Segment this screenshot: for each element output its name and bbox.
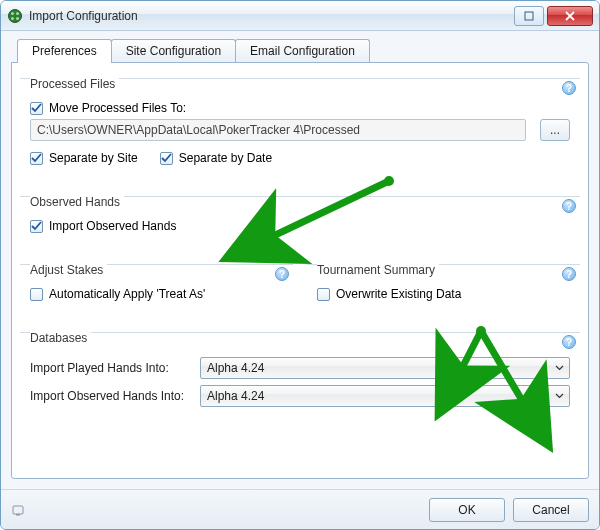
group-label-observed-hands: Observed Hands — [30, 195, 124, 209]
group-databases: Databases ? Import Played Hands Into: Al… — [20, 325, 580, 423]
help-icon[interactable]: ? — [562, 81, 576, 95]
tab-bar: Preferences Site Configuration Email Con… — [17, 39, 589, 63]
chevron-down-icon — [555, 389, 564, 403]
label-move-processed: Move Processed Files To: — [49, 101, 186, 115]
tab-panel-preferences: Processed Files ? Move Processed Files T… — [11, 62, 589, 479]
row-processed-path: C:\Users\OWNER\AppData\Local\PokerTracke… — [30, 119, 570, 141]
row-separate-options: Separate by Site Separate by Date — [30, 151, 570, 165]
svg-point-4 — [16, 17, 19, 20]
checkbox-separate-date[interactable] — [160, 152, 173, 165]
window-close-button[interactable] — [547, 6, 593, 26]
group-observed-hands: Observed Hands ? Import Observed Hands — [20, 189, 580, 247]
checkbox-separate-site[interactable] — [30, 152, 43, 165]
group-adjust-stakes: Adjust Stakes ? Automatically Apply 'Tre… — [20, 257, 293, 315]
row-overwrite-existing: Overwrite Existing Data — [317, 287, 570, 301]
group-label-tournament-summary: Tournament Summary — [317, 263, 439, 277]
group-label-databases: Databases — [30, 331, 91, 345]
svg-point-3 — [11, 17, 14, 20]
svg-rect-5 — [525, 12, 533, 20]
help-icon[interactable]: ? — [562, 199, 576, 213]
label-overwrite-existing: Overwrite Existing Data — [336, 287, 461, 301]
dialog-footer: OK Cancel — [1, 489, 599, 529]
row-auto-treat-as: Automatically Apply 'Treat As' — [30, 287, 283, 301]
dialog-body: Preferences Site Configuration Email Con… — [1, 31, 599, 489]
label-separate-site: Separate by Site — [49, 151, 138, 165]
row-db-played: Import Played Hands Into: Alpha 4.24 — [30, 357, 570, 379]
group-label-adjust-stakes: Adjust Stakes — [30, 263, 107, 277]
svg-point-1 — [11, 12, 14, 15]
group-tournament-summary: Tournament Summary ? Overwrite Existing … — [307, 257, 580, 315]
svg-rect-7 — [16, 514, 20, 516]
help-icon[interactable]: ? — [275, 267, 289, 281]
footer-left — [11, 503, 421, 517]
checkbox-auto-treat-as[interactable] — [30, 288, 43, 301]
dropdown-db-observed[interactable]: Alpha 4.24 — [200, 385, 570, 407]
dropdown-db-observed-value: Alpha 4.24 — [207, 389, 264, 403]
label-auto-treat-as: Automatically Apply 'Treat As' — [49, 287, 205, 301]
app-icon — [7, 8, 23, 24]
checkbox-overwrite-existing[interactable] — [317, 288, 330, 301]
help-icon[interactable]: ? — [562, 335, 576, 349]
group-label-processed-files: Processed Files — [30, 77, 119, 91]
tab-site-configuration[interactable]: Site Configuration — [111, 39, 236, 63]
cancel-button[interactable]: Cancel — [513, 498, 589, 522]
tab-preferences[interactable]: Preferences — [17, 39, 112, 63]
checkbox-import-observed[interactable] — [30, 220, 43, 233]
titlebar: Import Configuration — [1, 1, 599, 31]
window-title: Import Configuration — [29, 9, 511, 23]
window-help-button[interactable] — [514, 6, 544, 26]
svg-point-2 — [16, 12, 19, 15]
row-import-observed: Import Observed Hands — [30, 219, 570, 233]
ok-button[interactable]: OK — [429, 498, 505, 522]
browse-button[interactable]: ... — [540, 119, 570, 141]
label-separate-date: Separate by Date — [179, 151, 272, 165]
dropdown-db-played[interactable]: Alpha 4.24 — [200, 357, 570, 379]
input-processed-path[interactable]: C:\Users\OWNER\AppData\Local\PokerTracke… — [30, 119, 526, 141]
group-processed-files: Processed Files ? Move Processed Files T… — [20, 71, 580, 179]
label-import-observed: Import Observed Hands — [49, 219, 176, 233]
dropdown-db-played-value: Alpha 4.24 — [207, 361, 264, 375]
svg-rect-6 — [13, 506, 23, 514]
label-db-observed: Import Observed Hands Into: — [30, 389, 200, 403]
row-move-processed: Move Processed Files To: — [30, 101, 570, 115]
window-buttons — [511, 6, 593, 26]
row-db-observed: Import Observed Hands Into: Alpha 4.24 — [30, 385, 570, 407]
dialog-window: Import Configuration Preferences Site Co… — [0, 0, 600, 530]
help-icon[interactable]: ? — [562, 267, 576, 281]
chevron-down-icon — [555, 361, 564, 375]
row-two-groups: Adjust Stakes ? Automatically Apply 'Tre… — [20, 247, 580, 315]
svg-point-0 — [9, 9, 22, 22]
label-db-played: Import Played Hands Into: — [30, 361, 200, 375]
tab-email-configuration[interactable]: Email Configuration — [235, 39, 370, 63]
checkbox-move-processed[interactable] — [30, 102, 43, 115]
status-icon — [11, 503, 25, 517]
